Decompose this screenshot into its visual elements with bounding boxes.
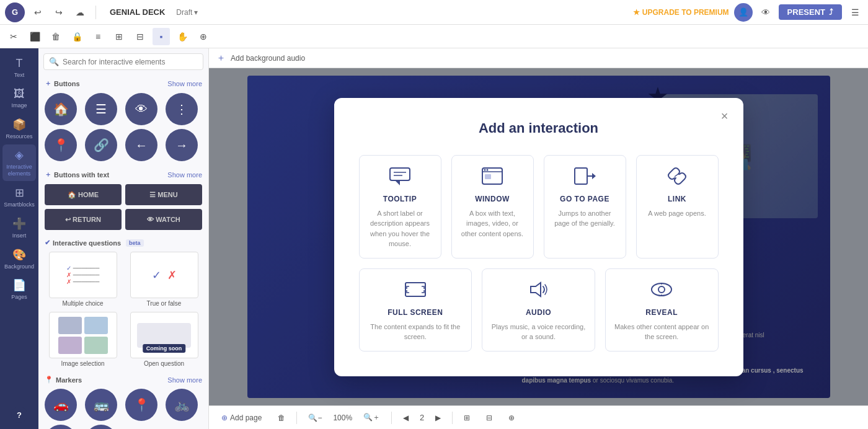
button-left[interactable]: ← bbox=[125, 129, 157, 161]
copy-icon[interactable]: ⬛ bbox=[26, 28, 43, 45]
present-button[interactable]: PRESENT ⤴ bbox=[779, 4, 842, 20]
upgrade-button[interactable]: ★ UPGRADE TO PREMIUM bbox=[633, 8, 729, 17]
group-icon[interactable]: ⊞ bbox=[110, 28, 128, 45]
interaction-link[interactable]: LINK A web page opens. bbox=[636, 155, 719, 259]
window-icon bbox=[481, 167, 503, 190]
full-screen-title: FULL SCREEN bbox=[388, 308, 443, 317]
interaction-reveal[interactable]: REVEAL Makes other content appear on the… bbox=[605, 268, 719, 352]
interaction-tooltip[interactable]: TOOLTIP A short label or description app… bbox=[359, 155, 441, 259]
delete-page-button[interactable]: 🗑 bbox=[273, 412, 290, 424]
bottom-separator-3 bbox=[452, 412, 453, 424]
btn-text-home[interactable]: 🏠 HOME bbox=[45, 184, 122, 205]
svg-point-6 bbox=[484, 169, 486, 170]
doc-status[interactable]: Draft ▾ bbox=[176, 8, 198, 17]
marker-car[interactable]: 🚗 bbox=[45, 389, 77, 421]
sidebar-item-pages[interactable]: 📄 Pages bbox=[2, 275, 36, 304]
layers-icon[interactable]: ≡ bbox=[89, 28, 107, 45]
q-open-question[interactable]: Coming soon Open question bbox=[126, 312, 202, 367]
buttons-show-more[interactable]: Show more bbox=[167, 80, 202, 87]
sidebar-item-text[interactable]: T Text bbox=[2, 53, 36, 82]
button-home[interactable]: 🏠 bbox=[45, 93, 77, 125]
next-page-button[interactable]: ▶ bbox=[430, 412, 446, 424]
redo-button[interactable]: ↪ bbox=[51, 4, 67, 20]
sidebar-item-background[interactable]: 🎨 Background bbox=[2, 244, 36, 274]
cloud-save-icon[interactable]: ☁ bbox=[72, 4, 88, 20]
button-menu[interactable]: ☰ bbox=[85, 93, 117, 125]
button-dots[interactable]: ⋮ bbox=[166, 93, 198, 125]
shape-icon[interactable]: ▪ bbox=[153, 28, 170, 45]
interaction-go-to-page[interactable]: GO TO PAGE Jumps to another page of the … bbox=[544, 155, 626, 259]
interaction-audio[interactable]: AUDIO Plays music, a voice recording, or… bbox=[482, 268, 595, 352]
marker-location[interactable]: 📍 bbox=[125, 389, 157, 421]
sidebar: T Text 🖼 Image 📦 Resources ◈ Interactive… bbox=[0, 48, 38, 429]
markers-show-more[interactable]: Show more bbox=[167, 376, 202, 384]
more-options-button[interactable]: ⊕ bbox=[503, 412, 520, 424]
link-title: LINK bbox=[668, 195, 686, 203]
button-right[interactable]: → bbox=[166, 129, 198, 161]
cut-icon[interactable]: ✂ bbox=[5, 28, 22, 45]
sidebar-item-insert[interactable]: ➕ Insert bbox=[2, 213, 36, 243]
star-icon: ★ bbox=[633, 8, 640, 17]
go-to-page-desc: Jumps to another page of the genially. bbox=[553, 208, 617, 229]
beta-badge: beta bbox=[126, 239, 144, 247]
crop-icon[interactable]: ⊟ bbox=[131, 28, 149, 45]
sidebar-item-interactive[interactable]: ◈ Interactiveelements bbox=[2, 144, 36, 181]
svg-rect-9 bbox=[575, 168, 587, 184]
zoom-out-button[interactable]: 🔍− bbox=[303, 412, 327, 424]
search-input[interactable] bbox=[63, 58, 198, 66]
image-icon: 🖼 bbox=[14, 87, 25, 100]
button-pin[interactable]: 📍 bbox=[45, 129, 77, 161]
second-toolbar: ✂ ⬛ 🗑 🔒 ≡ ⊞ ⊟ ▪ ✋ ⊕ bbox=[0, 25, 868, 48]
resources-icon: 📦 bbox=[12, 118, 26, 131]
prev-page-button[interactable]: ◀ bbox=[398, 412, 414, 424]
q-multiple-choice[interactable]: ✓ ────── ✗ ────── ✗ ────── Multiple choi… bbox=[45, 252, 121, 307]
interaction-full-screen[interactable]: FULL SCREEN The content expands to fit t… bbox=[359, 268, 472, 352]
add-background-audio-label[interactable]: Add background audio bbox=[231, 54, 305, 63]
tooltip-desc: A short label or description appears whe… bbox=[368, 208, 432, 249]
hand-icon[interactable]: ✋ bbox=[174, 28, 191, 45]
zoom-in-button[interactable]: 🔍＋ bbox=[358, 410, 385, 425]
sidebar-item-label-image: Image bbox=[11, 102, 27, 109]
add-page-button[interactable]: ⊕ Add page bbox=[216, 412, 267, 424]
button-link[interactable]: 🔗 bbox=[85, 129, 117, 161]
sidebar-item-smartblocks[interactable]: ⊞ Smartblocks bbox=[2, 182, 36, 212]
markers-grid: 🚗 🚌 📍 🚲 🏪 🏬 bbox=[38, 386, 208, 429]
q-image-selection[interactable]: Image selection bbox=[45, 312, 121, 367]
marker-6[interactable]: 🏬 bbox=[85, 425, 117, 429]
add-icon[interactable]: ⊕ bbox=[195, 28, 212, 45]
sidebar-item-label-text: Text bbox=[14, 72, 25, 79]
button-eye[interactable]: 👁 bbox=[125, 93, 157, 125]
sidebar-item-resources[interactable]: 📦 Resources bbox=[2, 114, 36, 144]
marker-5[interactable]: 🏪 bbox=[45, 425, 77, 429]
q-true-false[interactable]: ✓ ✗ True or false bbox=[126, 252, 202, 307]
grid-view-button[interactable]: ⊞ bbox=[459, 412, 475, 424]
audio-desc: Plays music, a voice recording, or a sou… bbox=[491, 322, 586, 342]
menu-icon[interactable]: ☰ bbox=[847, 4, 863, 20]
lock-icon[interactable]: 🔒 bbox=[68, 28, 86, 45]
logo-button[interactable]: G bbox=[5, 2, 25, 22]
doc-name-area[interactable]: GENIAL DECK bbox=[104, 5, 171, 19]
marker-bike[interactable]: 🚲 bbox=[166, 389, 198, 421]
avatar-button[interactable]: 👤 bbox=[734, 3, 753, 22]
help-button[interactable]: ? bbox=[11, 407, 27, 423]
fit-button[interactable]: ⊟ bbox=[481, 412, 497, 424]
plus2-icon: ＋ bbox=[45, 170, 51, 179]
interaction-window[interactable]: WINDOW A box with text, images, video, o… bbox=[451, 155, 534, 259]
btn-text-watch[interactable]: 👁 WATCH bbox=[125, 209, 202, 230]
btn-text-menu[interactable]: ☰ MENU bbox=[125, 184, 202, 205]
search-bar[interactable]: 🔍 bbox=[43, 53, 203, 70]
delete-icon[interactable]: 🗑 bbox=[47, 28, 64, 45]
panel-scroll-area: ＋ Buttons Show more 🏠 ☰ 👁 ⋮ 📍 🔗 ← → ＋ Bu bbox=[38, 75, 208, 429]
audio-icon bbox=[527, 280, 549, 303]
btn-text-return[interactable]: ↩ RETURN bbox=[45, 209, 122, 230]
settings-icon[interactable]: 👁 bbox=[758, 4, 774, 20]
zoom-level: 100% bbox=[333, 414, 352, 422]
sidebar-item-label-smartblocks: Smartblocks bbox=[4, 201, 35, 208]
undo-button[interactable]: ↩ bbox=[30, 4, 46, 20]
check-icon: ✔ bbox=[45, 239, 50, 247]
marker-bus[interactable]: 🚌 bbox=[85, 389, 117, 421]
sidebar-item-image[interactable]: 🖼 Image bbox=[2, 84, 36, 113]
tooltip-icon bbox=[389, 167, 411, 190]
buttons-text-show-more[interactable]: Show more bbox=[167, 171, 202, 179]
modal-close-button[interactable]: × bbox=[716, 108, 733, 125]
